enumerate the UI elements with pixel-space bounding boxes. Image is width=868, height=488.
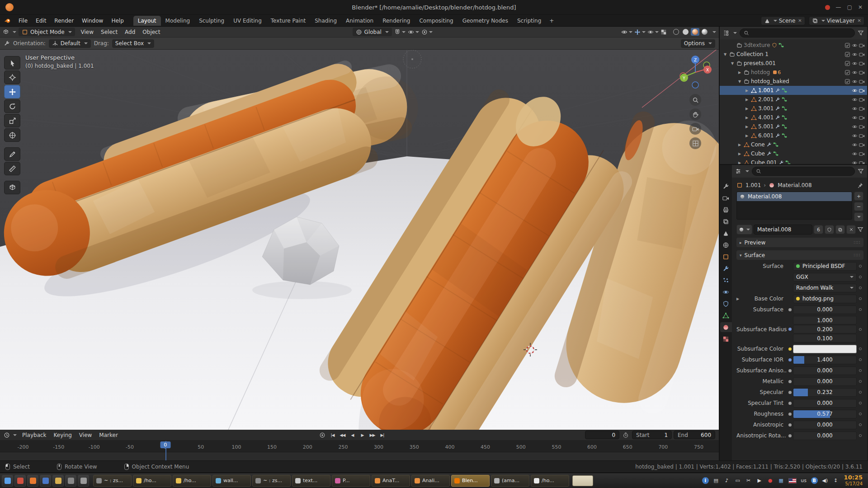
timeline-menu-playback[interactable]: Playback	[19, 431, 50, 439]
render-camera-icon[interactable]	[859, 42, 865, 48]
decorator-dot[interactable]	[859, 328, 862, 331]
decorator-dot[interactable]	[859, 308, 862, 311]
filter-funnel-icon[interactable]	[858, 168, 864, 174]
chevron-down-icon[interactable]	[402, 31, 406, 35]
outliner-row-cone[interactable]: ▶Cone	[720, 140, 867, 149]
play-button[interactable]: ▶	[357, 431, 367, 439]
outliner-row-cube[interactable]: ▶Cube	[720, 149, 867, 158]
taskbar-window-3[interactable]: wall...	[212, 475, 251, 487]
expand-arrow-icon[interactable]: ▶	[736, 297, 742, 301]
camera-view-button[interactable]	[689, 123, 701, 135]
previous-keyframe-button[interactable]: ◀◀	[337, 431, 347, 439]
outliner-row-hotdog[interactable]: ▶hotdog6	[720, 68, 867, 77]
decorator-dot[interactable]	[859, 434, 862, 437]
orthographic-button[interactable]	[689, 137, 701, 149]
hide-eye-icon[interactable]	[852, 124, 858, 130]
render-camera-icon[interactable]	[859, 61, 865, 66]
decorator-dot[interactable]	[859, 286, 862, 289]
stopwatch-icon[interactable]	[623, 432, 629, 438]
viewport-scene[interactable]	[0, 50, 719, 430]
frame-end-field[interactable]: End 600	[674, 431, 715, 439]
disclosure-right-icon[interactable]: ▶	[737, 152, 742, 156]
maximize-button[interactable]: ▢	[847, 4, 852, 10]
snapping-toggle[interactable]	[394, 29, 406, 35]
axis-negative-z[interactable]	[692, 82, 698, 88]
display-icon[interactable]: ▭	[734, 477, 741, 484]
hide-eye-icon[interactable]	[852, 70, 858, 75]
properties-tab-physics[interactable]	[720, 287, 732, 297]
navigation-gizmo[interactable]: Z X Y	[676, 53, 714, 91]
decorator-dot[interactable]	[859, 391, 862, 394]
chevron-down-icon[interactable]	[745, 170, 749, 174]
outliner-row-collection-1[interactable]: ▼Collection 1	[720, 50, 867, 59]
disclosure-down-icon[interactable]: ▼	[722, 52, 728, 56]
render-camera-icon[interactable]	[859, 79, 865, 84]
taskbar-window-5[interactable]: text...	[292, 475, 330, 487]
viewport-menu-add[interactable]: Add	[121, 28, 139, 36]
editor-type-icon[interactable]	[3, 29, 9, 35]
active-tool-icon[interactable]	[4, 40, 10, 47]
viewport-menu-select[interactable]: Select	[97, 28, 121, 36]
chevron-down-icon[interactable]	[415, 31, 419, 35]
viewport-menu-object[interactable]: Object	[139, 28, 164, 36]
window-indicator-icon[interactable]	[825, 5, 830, 10]
virtual-desktop-icon[interactable]: ▦	[778, 477, 785, 484]
viewport-canvas[interactable]: User Perspective (0) hotdog_baked | 1.00…	[0, 50, 719, 430]
play-reverse-button[interactable]: ◀	[347, 431, 357, 439]
shading-rendered[interactable]	[700, 28, 709, 36]
disclosure-right-icon[interactable]: ▶	[744, 116, 750, 120]
chevron-down-icon[interactable]	[629, 31, 632, 35]
outliner-editor-icon[interactable]	[723, 30, 729, 36]
hide-eye-icon[interactable]	[852, 133, 858, 139]
render-camera-icon[interactable]	[859, 70, 865, 75]
screenshot-icon[interactable]: ✂	[745, 477, 752, 484]
jump-to-end-button[interactable]: ▶|	[377, 431, 387, 439]
workspace-tab-compositing[interactable]: Compositing	[415, 16, 458, 26]
tool-move[interactable]	[4, 85, 20, 99]
blender-logo-icon[interactable]	[4, 18, 12, 24]
current-frame-field[interactable]: 0	[585, 431, 619, 439]
workspace-tab-geometry-nodes[interactable]: Geometry Nodes	[458, 16, 513, 26]
taskbar-window-9[interactable]: Blen...	[451, 475, 490, 487]
shading-dropdown-icon[interactable]	[712, 31, 716, 35]
checkbox-icon[interactable]	[844, 52, 850, 57]
properties-tab-output[interactable]	[720, 205, 732, 215]
checkbox-icon[interactable]	[844, 42, 850, 48]
properties-tab-constraints[interactable]	[720, 299, 732, 309]
chevron-down-icon[interactable]	[13, 434, 17, 438]
decorator-dot[interactable]	[859, 347, 862, 350]
outliner-row-2-001[interactable]: ▶2.001	[720, 95, 867, 104]
tool-rotate[interactable]	[4, 99, 20, 113]
zoom-button[interactable]	[689, 94, 701, 106]
render-camera-icon[interactable]	[859, 142, 865, 148]
property-field-base-color[interactable]: hotdog.png	[793, 295, 857, 303]
scene-selector[interactable]: Scene ✕	[761, 16, 805, 25]
vector-component-2[interactable]: 0.100	[793, 334, 857, 343]
workspace-tab-layout[interactable]: Layout	[133, 16, 161, 26]
disclosure-right-icon[interactable]: ▶	[744, 107, 750, 111]
render-camera-icon[interactable]	[859, 133, 865, 139]
decorator-dot[interactable]	[859, 423, 862, 426]
volume-icon[interactable]: ◀)	[821, 477, 829, 484]
outliner-row-6-001[interactable]: ▶6.001	[720, 131, 867, 140]
shading-solid[interactable]	[681, 28, 690, 36]
breadcrumb-object[interactable]: 1.001	[745, 182, 761, 188]
decorator-dot[interactable]	[859, 358, 862, 361]
render-camera-icon[interactable]	[859, 52, 865, 57]
taskbar-window-1[interactable]: /ho...	[133, 475, 171, 487]
workspace-tab-shading[interactable]: Shading	[310, 16, 341, 26]
disclosure-right-icon[interactable]: ▶	[737, 143, 742, 147]
disclosure-right-icon[interactable]: ▶	[737, 161, 742, 164]
vector-component-0[interactable]: 1.000	[793, 316, 857, 324]
users-count-button[interactable]: 6	[814, 225, 823, 234]
property-field-anisotropic-rota[interactable]: 0.000	[793, 432, 857, 440]
decorator-dot[interactable]	[859, 402, 862, 404]
pin-icon[interactable]	[857, 182, 863, 188]
transform-orientation-selector[interactable]: Global	[353, 28, 392, 36]
surface-panel-header[interactable]: ▾ Surface ∷∷	[736, 250, 863, 260]
close-button[interactable]: ✕	[858, 4, 863, 10]
slot-specials-button[interactable]	[854, 212, 863, 221]
hide-eye-icon[interactable]	[852, 52, 858, 57]
shading-material-preview[interactable]	[691, 28, 699, 36]
taskbar-window-6[interactable]: P...	[332, 475, 370, 487]
